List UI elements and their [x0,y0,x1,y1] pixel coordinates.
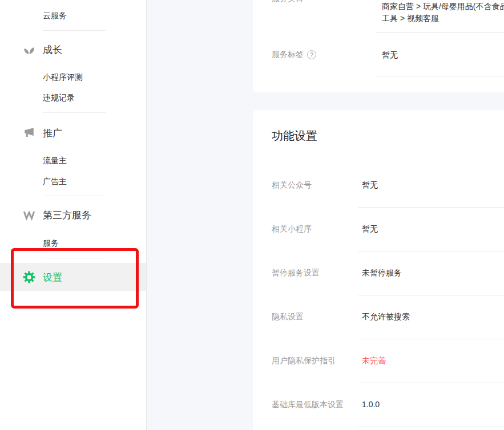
row-divider [358,383,504,383]
sidebar-divider [43,196,106,196]
sidebar-item-service[interactable]: 服务 [43,237,59,249]
function-settings-title: 功能设置 [272,128,317,144]
main-panel: 服务类目 商家自营 > 玩具/母婴用品(不含食品) 工具 > 视频客服 服务标签… [147,0,504,430]
miniprogram-admin-console: 云服务成长小程序评测违规记录推广流量主广告主第三方服务服务设置 服务类目 商家自… [0,0,504,430]
base-library-min-version-value: 1.0.0 [362,399,380,410]
sidebar-item-traffic-owner[interactable]: 流量主 [43,155,67,166]
sidebar-item-violation-records[interactable]: 违规记录 [43,92,75,103]
row-divider [358,427,504,427]
sidebar-item-label: 第三方服务 [43,209,91,222]
sidebar-item-label: 推广 [43,127,62,140]
row-divider [358,207,504,208]
row-divider [358,295,504,295]
sidebar-item-third-party-services[interactable]: 第三方服务 [22,208,91,222]
sidebar-item-promotion[interactable]: 推广 [22,125,62,140]
row-divider [375,76,504,76]
suspend-service-label: 暂停服务设置 [272,267,320,278]
sidebar-item-miniprogram-evaluation[interactable]: 小程序评测 [43,71,83,83]
base-library-min-version-label: 基础库最低版本设置 [272,399,344,410]
user-privacy-guide-value: 未完善 [362,355,386,366]
megaphone-icon [22,125,37,140]
annotation-red-box [11,248,139,309]
sidebar-divider [43,112,106,113]
sidebar-item-advertiser[interactable]: 广告主 [43,176,67,187]
service-tag-value: 暂无 [382,49,398,60]
service-category-line-1: 商家自营 > 玩具/母婴用品(不含食品) [382,1,504,13]
help-question-icon[interactable]: ? [307,50,316,59]
row-divider [358,339,504,339]
related-official-account-value: 暂无 [362,179,378,190]
privacy-setting-label: 隐私设置 [272,311,304,322]
service-category-value: 商家自营 > 玩具/母婴用品(不含食品) 工具 > 视频客服 [382,1,504,25]
service-tag-label: 服务标签 [272,50,304,60]
sprout-icon [22,42,37,57]
sidebar-divider [43,30,106,31]
service-category-label: 服务类目 [272,0,304,4]
service-category-line-2: 工具 > 视频客服 [382,13,504,25]
related-official-account-label: 相关公众号 [272,179,312,190]
service-tag-row: 服务标签 ? [272,47,316,62]
function-settings-card: 功能设置 相关公众号暂无相关小程序暂无暂停服务设置未暂停服务隐私设置不允许被搜索… [253,110,504,430]
suspend-service-value: 未暂停服务 [362,267,402,278]
sidebar: 云服务成长小程序评测违规记录推广流量主广告主第三方服务服务设置 [0,0,147,430]
row-divider [358,251,504,251]
row-divider [375,32,504,33]
sidebar-item-growth[interactable]: 成长 [22,42,62,57]
service-info-card: 服务类目 商家自营 > 玩具/母婴用品(不含食品) 工具 > 视频客服 服务标签… [253,0,504,92]
user-privacy-guide-label: 用户隐私保护指引 [272,355,336,366]
sidebar-item-label: 成长 [43,43,62,56]
related-miniprogram-label: 相关小程序 [272,223,312,234]
related-miniprogram-value: 暂无 [362,223,378,234]
sidebar-item-cloud-service[interactable]: 云服务 [43,10,67,21]
privacy-setting-value: 不允许被搜索 [362,311,410,322]
third-party-icon [22,208,37,222]
